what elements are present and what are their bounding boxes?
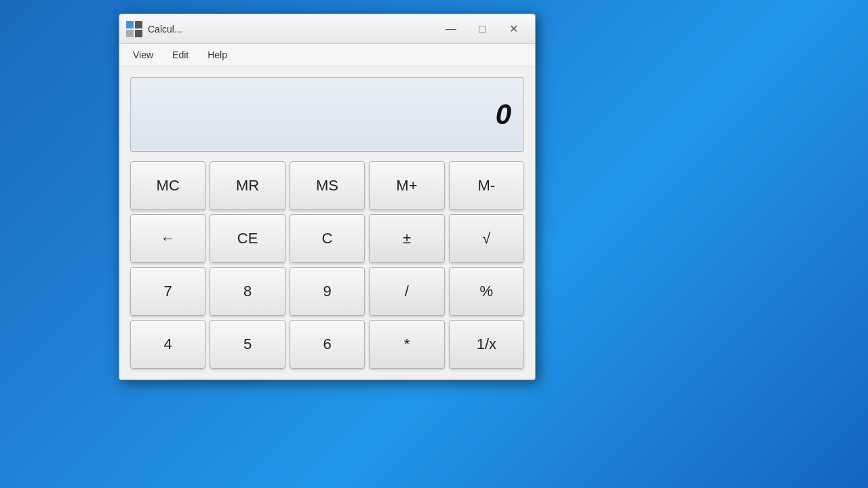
btn-7[interactable]: 7 [130, 267, 205, 316]
calculator-window: Calcul... — □ ✕ View Edit Help 0 MC MR M… [119, 14, 536, 380]
menu-view[interactable]: View [125, 47, 161, 63]
calculator-body: 0 MC MR MS M+ M- ← CE C ± √ 7 [119, 66, 535, 380]
btn-percent[interactable]: % [449, 267, 524, 316]
menu-edit[interactable]: Edit [164, 47, 197, 63]
btn-9[interactable]: 9 [290, 267, 365, 316]
title-bar: Calcul... — □ ✕ [119, 14, 535, 44]
btn-c[interactable]: C [290, 214, 365, 263]
close-button[interactable]: ✕ [498, 20, 528, 39]
row-789: 7 8 9 / % [130, 267, 524, 316]
minimize-button[interactable]: — [436, 20, 466, 39]
btn-plusminus[interactable]: ± [369, 214, 444, 263]
btn-5[interactable]: 5 [210, 320, 285, 369]
btn-mr[interactable]: MR [210, 161, 285, 210]
btn-mminus[interactable]: M- [449, 161, 524, 210]
btn-divide[interactable]: / [369, 267, 444, 316]
menu-help[interactable]: Help [199, 47, 235, 63]
btn-4[interactable]: 4 [130, 320, 205, 369]
btn-ms[interactable]: MS [290, 161, 365, 210]
btn-backspace[interactable]: ← [130, 214, 205, 263]
btn-mplus[interactable]: M+ [369, 161, 444, 210]
btn-6[interactable]: 6 [290, 320, 365, 369]
ops-row: ← CE C ± √ [130, 214, 524, 263]
window-title: Calcul... [148, 24, 436, 35]
menu-bar: View Edit Help [119, 44, 535, 66]
maximize-button[interactable]: □ [467, 20, 497, 39]
button-grid: MC MR MS M+ M- ← CE C ± √ 7 8 9 / % [130, 161, 524, 369]
btn-mc[interactable]: MC [130, 161, 205, 210]
btn-multiply[interactable]: * [369, 320, 444, 369]
btn-sqrt[interactable]: √ [449, 214, 524, 263]
btn-ce[interactable]: CE [210, 214, 285, 263]
row-456: 4 5 6 * 1/x [130, 320, 524, 369]
window-controls: — □ ✕ [436, 20, 528, 39]
btn-reciprocal[interactable]: 1/x [449, 320, 524, 369]
app-icon [126, 21, 142, 37]
display: 0 [130, 77, 524, 152]
btn-8[interactable]: 8 [210, 267, 285, 316]
display-value: 0 [496, 98, 511, 131]
memory-row: MC MR MS M+ M- [130, 161, 524, 210]
